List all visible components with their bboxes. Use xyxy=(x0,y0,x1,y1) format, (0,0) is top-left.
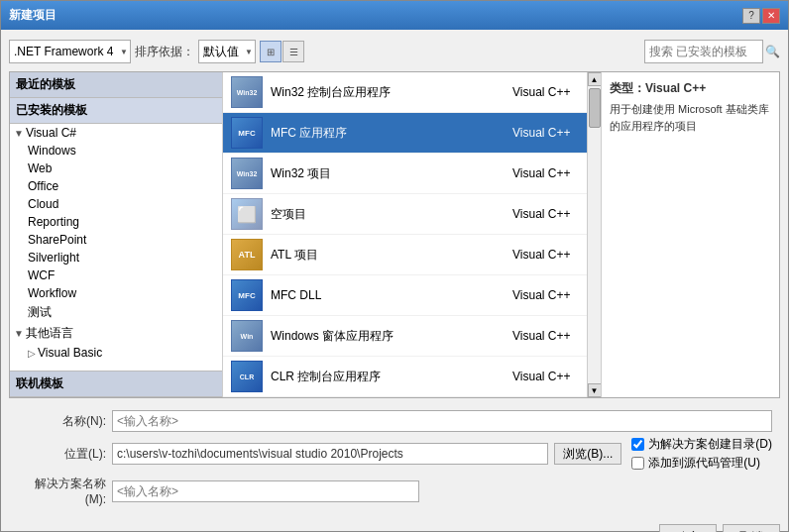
clr-console-icon: CLR xyxy=(231,361,263,392)
search-input[interactable] xyxy=(644,40,763,63)
template-item-clr-console[interactable]: CLR CLR 控制台应用程序 Visual C++ xyxy=(223,357,600,397)
title-bar-buttons: ? ✕ xyxy=(742,8,780,24)
info-panel: 类型：Visual C++ 用于创建使用 Microsoft 基础类库的应用程序… xyxy=(601,72,779,397)
workflow-label: Workflow xyxy=(28,286,76,300)
template-item-atl-project[interactable]: ATL ATL 项目 Visual C++ xyxy=(223,235,600,275)
create-dir-label: 为解决方案创建目录(D) xyxy=(648,436,772,453)
sort-label: 排序依据： xyxy=(135,44,194,60)
checkboxes: 为解决方案创建目录(D) 添加到源代码管理(U) xyxy=(631,436,772,472)
view-icons: ⊞ ☰ xyxy=(260,41,304,62)
template-name-mfc-app: MFC 应用程序 xyxy=(271,125,505,142)
scroll-thumb[interactable] xyxy=(589,88,601,128)
tree-item-wcf[interactable]: WCF xyxy=(10,266,222,284)
add-source-checkbox[interactable] xyxy=(631,457,644,470)
create-dir-checkbox[interactable] xyxy=(631,438,644,451)
info-type: 类型：Visual C++ xyxy=(610,80,771,97)
list-view-button[interactable]: ⊞ xyxy=(260,41,282,62)
add-source-label: 添加到源代码管理(U) xyxy=(648,455,760,472)
template-lang-atl-project: Visual C++ xyxy=(512,248,592,262)
name-label: 名称(N): xyxy=(17,413,106,430)
template-item-empty-project[interactable]: ⬜ 空项目 Visual C++ xyxy=(223,194,600,235)
win32-project-icon: Win32 xyxy=(231,158,263,189)
template-item-win32-console[interactable]: Win32 Win32 控制台应用程序 Visual C++ xyxy=(223,72,600,113)
solution-row: 解决方案名称(M): xyxy=(17,476,772,506)
sidebar-tree: ▼ Visual C# Windows Web Office Cloud xyxy=(10,124,222,371)
win32-console-icon: Win32 xyxy=(231,76,263,108)
template-lang-mfc-dll: Visual C++ xyxy=(512,288,592,302)
mfc-app-icon: MFC xyxy=(231,117,263,149)
template-name-clr-console: CLR 控制台应用程序 xyxy=(271,369,505,385)
template-lang-win-forms: Visual C++ xyxy=(512,329,592,343)
framework-select-wrapper[interactable]: .NET Framework 4 ▼ xyxy=(9,40,131,63)
template-item-win-forms[interactable]: Win Windows 窗体应用程序 Visual C++ xyxy=(223,316,600,357)
solution-label: 解决方案名称(M): xyxy=(17,476,106,506)
framework-select[interactable]: .NET Framework 4 xyxy=(9,40,131,63)
close-button[interactable]: ✕ xyxy=(762,8,780,24)
search-box: 🔍 xyxy=(644,40,780,63)
tree-item-office[interactable]: Office xyxy=(10,177,222,195)
browse-button[interactable]: 浏览(B)... xyxy=(554,443,621,465)
tree-item-other-langs[interactable]: ▼ 其他语言 xyxy=(10,323,222,344)
tree-item-web[interactable]: Web xyxy=(10,160,222,177)
main-area: 最近的模板 已安装的模板 ▼ Visual C# Windows Web xyxy=(9,71,780,398)
name-input[interactable] xyxy=(112,410,772,432)
template-lang-win32-console: Visual C++ xyxy=(512,85,592,99)
tree-item-workflow[interactable]: Workflow xyxy=(10,284,222,302)
help-button[interactable]: ? xyxy=(742,8,760,24)
bottom-buttons: 确定 取消 xyxy=(1,520,788,532)
template-item-win32-project[interactable]: Win32 Win32 项目 Visual C++ xyxy=(223,154,600,194)
location-row: 位置(L): 浏览(B)... 为解决方案创建目录(D) 添加到源代码管理(U) xyxy=(17,436,772,472)
template-item-mfc-app[interactable]: MFC MFC 应用程序 Visual C++ xyxy=(223,113,600,154)
win-forms-icon: Win xyxy=(231,320,263,352)
template-lang-win32-project: Visual C++ xyxy=(512,166,592,180)
checkbox2-row: 添加到源代码管理(U) xyxy=(631,455,772,472)
sidebar-scroll-container: 最近的模板 已安装的模板 ▼ Visual C# Windows Web xyxy=(10,72,223,397)
tree-item-sharepoint[interactable]: SharePoint xyxy=(10,231,222,249)
solution-input[interactable] xyxy=(112,480,419,502)
expand-arrow-csharp: ▼ xyxy=(14,128,24,139)
template-name-win32-console: Win32 控制台应用程序 xyxy=(271,84,505,101)
cancel-button[interactable]: 取消 xyxy=(723,524,780,532)
template-list: Win32 Win32 控制台应用程序 Visual C++ MFC MFC 应… xyxy=(223,72,601,397)
template-name-mfc-dll: MFC DLL xyxy=(271,288,505,302)
ok-button[interactable]: 确定 xyxy=(659,524,717,532)
new-project-dialog: 新建项目 ? ✕ .NET Framework 4 ▼ 排序依据： 默认值 ▼ xyxy=(0,0,789,532)
template-list-scrollbar: ▲ ▼ xyxy=(587,72,601,397)
sort-select[interactable]: 默认值 xyxy=(198,40,256,63)
tree-item-vb[interactable]: ▷ Visual Basic xyxy=(10,344,222,362)
office-label: Office xyxy=(28,179,58,193)
location-label: 位置(L): xyxy=(17,446,106,463)
empty-project-icon: ⬜ xyxy=(231,198,263,230)
template-lang-mfc-app: Visual C++ xyxy=(512,126,592,140)
online-templates-section: 联机模板 xyxy=(10,371,222,397)
recent-templates-section: 最近的模板 xyxy=(10,72,222,98)
title-bar: 新建项目 ? ✕ xyxy=(1,1,788,30)
scroll-up-arrow[interactable]: ▲ xyxy=(588,72,602,86)
tree-item-windows[interactable]: Windows xyxy=(10,142,222,160)
template-item-mfc-dll[interactable]: MFC MFC DLL Visual C++ xyxy=(223,275,600,316)
top-toolbar: .NET Framework 4 ▼ 排序依据： 默认值 ▼ ⊞ ☰ 🔍 xyxy=(9,38,780,65)
reporting-label: Reporting xyxy=(28,215,79,229)
grid-view-button[interactable]: ☰ xyxy=(282,41,304,62)
dialog-title: 新建项目 xyxy=(9,7,56,24)
tree-item-visual-csharp[interactable]: ▼ Visual C# xyxy=(10,124,222,142)
tree-item-test[interactable]: 测试 xyxy=(10,302,222,323)
tree-item-cloud[interactable]: Cloud xyxy=(10,195,222,213)
dialog-content: .NET Framework 4 ▼ 排序依据： 默认值 ▼ ⊞ ☰ 🔍 xyxy=(1,30,788,520)
sort-select-wrapper[interactable]: 默认值 ▼ xyxy=(198,40,256,63)
expand-arrow-otherlangs: ▼ xyxy=(14,328,24,339)
info-desc: 用于创建使用 Microsoft 基础类库的应用程序的项目 xyxy=(610,101,771,134)
installed-templates-section: 已安装的模板 xyxy=(10,98,222,124)
tree-item-reporting[interactable]: Reporting xyxy=(10,213,222,231)
mfc-dll-icon: MFC xyxy=(231,279,263,311)
location-input[interactable] xyxy=(112,443,548,465)
scroll-down-arrow[interactable]: ▼ xyxy=(588,383,602,397)
template-lang-clr-console: Visual C++ xyxy=(512,370,592,383)
search-icon: 🔍 xyxy=(765,45,780,58)
tree-item-silverlight[interactable]: Silverlight xyxy=(10,249,222,266)
template-name-atl-project: ATL 项目 xyxy=(271,247,505,264)
template-lang-empty-project: Visual C++ xyxy=(512,207,592,221)
template-name-win32-project: Win32 项目 xyxy=(271,165,505,182)
checkbox1-row: 为解决方案创建目录(D) xyxy=(631,436,772,453)
template-list-container: Win32 Win32 控制台应用程序 Visual C++ MFC MFC 应… xyxy=(223,72,601,397)
